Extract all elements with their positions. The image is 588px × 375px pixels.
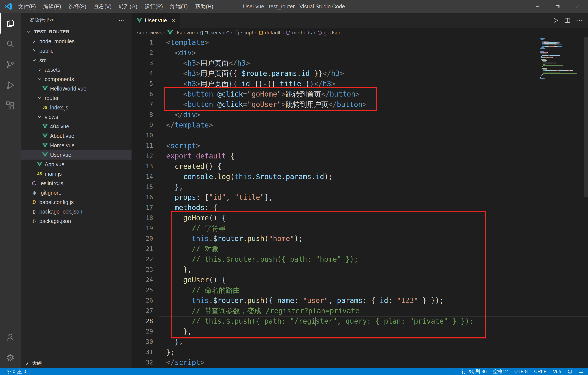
code-line[interactable]: 20 this.$router.push("home"); — [132, 234, 588, 244]
outline-section[interactable]: 大纲 — [21, 358, 132, 368]
code-line[interactable]: 24 goUser() { — [132, 275, 588, 285]
menu-item[interactable]: 运行(R) — [141, 0, 167, 13]
tree-item-node-modules[interactable]: node_modules — [21, 37, 132, 46]
problems-indicator[interactable]: 0 0 — [3, 368, 30, 375]
code-line[interactable]: 3 <h3>用户页面</h3> — [132, 58, 588, 68]
scrollbar[interactable] — [584, 37, 588, 197]
code-line[interactable]: 18 goHome() { — [132, 213, 588, 223]
close-button[interactable] — [568, 0, 588, 13]
activity-run-debug[interactable] — [0, 75, 21, 96]
menu-item[interactable]: 编辑(E) — [40, 0, 65, 13]
encoding[interactable]: UTF-8 — [511, 368, 531, 375]
eol-selector[interactable]: CRLF — [531, 368, 549, 375]
explorer-more-actions-icon[interactable]: ⋯ — [118, 17, 125, 23]
activity-settings[interactable]: ⚙ — [0, 347, 21, 368]
code-line[interactable]: 2 <div> — [132, 48, 588, 58]
tree-item-about-vue[interactable]: About.vue — [21, 131, 132, 141]
code-line[interactable]: 19 // 字符串 — [132, 223, 588, 234]
tree-item-assets[interactable]: assets — [21, 65, 132, 75]
code-line[interactable]: 17 methods: { — [132, 203, 588, 213]
line-number: 25 — [132, 285, 153, 295]
activity-explorer[interactable] — [0, 13, 21, 33]
code-line[interactable]: 7 <button @click="goUser">跳转到用户页</button… — [132, 99, 588, 110]
editor-more-actions-icon[interactable]: ⋯ — [574, 15, 585, 26]
code-line[interactable]: 26 this.$router.push({ name: "user", par… — [132, 295, 588, 306]
breadcrumb-item[interactable]: src — [137, 30, 144, 36]
menu-item[interactable]: 查看(V) — [90, 0, 115, 13]
feedback-icon[interactable] — [564, 368, 576, 375]
tree-item-404-vue[interactable]: 404.vue — [21, 122, 132, 131]
breadcrumb-item[interactable]: default — [259, 30, 281, 36]
close-tab-icon[interactable]: × — [171, 17, 175, 24]
code-line[interactable]: 1<template> — [132, 37, 588, 48]
menu-item[interactable]: 选择(S) — [65, 0, 90, 13]
code-line[interactable]: 31}; — [132, 347, 588, 357]
code-line[interactable]: 28 // this.$.push({ path: "/register", q… — [132, 316, 588, 326]
code-line[interactable]: 5 <h3>用户页面{{ id }}-{{ title }}</h3> — [132, 79, 588, 89]
tree-item-index-js[interactable]: JSindex.js — [21, 103, 132, 112]
tree-item-public[interactable]: public — [21, 46, 132, 55]
tree-item-src[interactable]: src — [21, 55, 132, 65]
tree-item-router[interactable]: router — [21, 93, 132, 103]
tree-item-user-vue[interactable]: User.vue — [21, 150, 132, 160]
tab-user-vue[interactable]: User.vue × — [132, 13, 180, 28]
tree-item-main-js[interactable]: JSmain.js — [21, 169, 132, 179]
tree-item-package-lock-json[interactable]: {}package-lock.json — [21, 207, 132, 216]
tree-item--gitignore[interactable]: ◈.gitignore — [21, 188, 132, 197]
menu-item[interactable]: 文件(F) — [15, 0, 40, 13]
breadcrumb-item[interactable]: goUser — [317, 30, 340, 36]
code-line[interactable]: 16 props: ["id", "title"], — [132, 192, 588, 203]
cursor-position[interactable]: 行 28, 列 36 — [458, 368, 490, 375]
code-line-content: <h3>用户页面{{ id }}-{{ title }}</h3> — [153, 79, 336, 89]
breadcrumb-item[interactable]: views — [149, 30, 162, 36]
tree-item-helloworld-vue[interactable]: HelloWorld.vue — [21, 84, 132, 93]
restore-button[interactable] — [548, 0, 568, 13]
code-line[interactable]: 21 // 对象 — [132, 244, 588, 254]
activity-source-control[interactable] — [0, 54, 21, 75]
menu-item[interactable]: 终端(T) — [167, 0, 191, 13]
tree-item-views[interactable]: views — [21, 112, 132, 122]
activity-extensions[interactable] — [0, 96, 21, 116]
tree-item--eslintrc-js[interactable]: .eslintrc.js — [21, 179, 132, 188]
menu-item[interactable]: 帮助(H) — [191, 0, 217, 13]
activity-account[interactable] — [0, 327, 21, 347]
tree-item-components[interactable]: components — [21, 75, 132, 84]
code-line[interactable]: 30 }, — [132, 337, 588, 347]
breadcrumb-item[interactable]: methods — [286, 30, 312, 36]
run-button[interactable] — [550, 15, 560, 26]
code-line[interactable]: 12export default { — [132, 151, 588, 161]
indentation[interactable]: 空格: 2 — [490, 368, 511, 375]
split-editor-button[interactable] — [562, 15, 573, 26]
code-line[interactable]: 4 <h3>用户页面{{ $route.params.id }}</h3> — [132, 68, 588, 79]
activity-search[interactable] — [0, 33, 21, 54]
tree-item-test-router[interactable]: TEST_ROUTER — [21, 27, 132, 37]
code-line[interactable]: 29 }, — [132, 326, 588, 337]
code-area[interactable]: 1<template>2 <div>3 <h3>用户页面</h3>4 <h3>用… — [132, 37, 588, 368]
tree-item-babel-config-js[interactable]: Bbabel.config.js — [21, 197, 132, 207]
code-line[interactable]: 8 </div> — [132, 110, 588, 120]
code-line[interactable]: 11<script> — [132, 141, 588, 151]
menu-item[interactable]: 转到(G) — [115, 0, 141, 13]
code-line[interactable]: 25 // 命名的路由 — [132, 285, 588, 295]
code-line[interactable]: 9</template> — [132, 120, 588, 130]
minimize-button[interactable] — [527, 0, 548, 13]
language-mode[interactable]: Vue — [550, 368, 564, 375]
breadcrumb-item[interactable]: {}"User.vue" — [200, 30, 229, 36]
code-line[interactable]: 27 // 带查询参数，变成 /register?plan=private — [132, 306, 588, 316]
code-line[interactable]: 23 }, — [132, 265, 588, 275]
minimap[interactable] — [540, 38, 583, 79]
breadcrumb-item[interactable]: User.vue — [168, 30, 195, 36]
notifications-bell-icon[interactable] — [576, 368, 587, 375]
code-line[interactable]: 15 }, — [132, 182, 588, 192]
code-line[interactable]: 14 console.log(this.$route.params.id); — [132, 171, 588, 182]
code-line[interactable]: 13 created() { — [132, 161, 588, 171]
tree-item-app-vue[interactable]: App.vue — [21, 160, 132, 169]
breadcrumb-item[interactable]: script — [234, 30, 253, 36]
tree-item-package-json[interactable]: {}package.json — [21, 216, 132, 226]
tree-item-home-vue[interactable]: Home.vue — [21, 141, 132, 150]
code-line[interactable]: 22 // this.$router.push({ path: "home" }… — [132, 254, 588, 265]
window-title: User.vue - test_router - Visual Studio C… — [243, 3, 345, 10]
code-line[interactable]: 10 — [132, 130, 588, 141]
code-line[interactable]: 6 <button @click="goHome">跳转到首页</button> — [132, 89, 588, 99]
code-line[interactable]: 32</script> — [132, 357, 588, 368]
